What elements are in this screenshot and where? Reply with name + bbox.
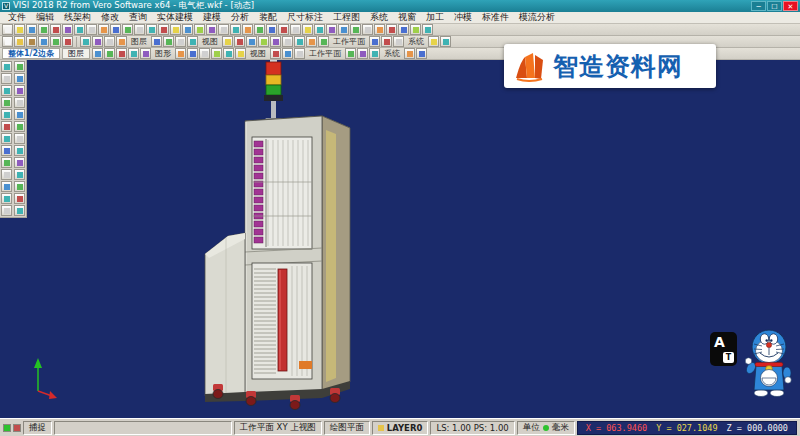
palette-tool-icon[interactable] xyxy=(14,97,25,108)
tool-icon[interactable] xyxy=(242,24,253,35)
palette-tool-icon[interactable] xyxy=(1,145,12,156)
tool-icon[interactable] xyxy=(151,36,162,47)
tool-icon[interactable] xyxy=(182,24,193,35)
tab-0[interactable]: 整体1/2边条 xyxy=(2,48,60,59)
menu-window[interactable]: 视窗 xyxy=(393,12,421,23)
tool-icon[interactable] xyxy=(122,24,133,35)
tool-icon[interactable] xyxy=(2,36,13,47)
tool-icon[interactable] xyxy=(270,48,281,59)
tool-icon[interactable] xyxy=(386,24,397,35)
tool-icon[interactable] xyxy=(223,48,234,59)
palette-tool-icon[interactable] xyxy=(14,73,25,84)
tool-icon[interactable] xyxy=(254,24,265,35)
palette-tool-icon[interactable] xyxy=(1,133,12,144)
tool-icon[interactable] xyxy=(74,24,85,35)
tool-icon[interactable] xyxy=(381,36,392,47)
palette-tool-icon[interactable] xyxy=(14,85,25,96)
tool-icon[interactable] xyxy=(306,36,317,47)
tool-icon[interactable] xyxy=(338,24,349,35)
tool-icon[interactable] xyxy=(270,36,281,47)
menu-solid-modeling[interactable]: 实体建模 xyxy=(152,12,198,23)
tool-icon[interactable] xyxy=(246,36,257,47)
tool-icon[interactable] xyxy=(398,24,409,35)
maximize-button[interactable]: ☐ xyxy=(767,1,782,11)
tool-icon[interactable] xyxy=(199,48,210,59)
tool-icon[interactable] xyxy=(128,48,139,59)
palette-tool-icon[interactable] xyxy=(1,73,12,84)
tool-icon[interactable] xyxy=(350,24,361,35)
menu-dimension[interactable]: 尺寸标注 xyxy=(282,12,328,23)
menu-assembly[interactable]: 装配 xyxy=(254,12,282,23)
tool-icon[interactable] xyxy=(38,24,49,35)
status-snap-icon[interactable] xyxy=(3,424,11,432)
tool-icon[interactable] xyxy=(282,36,293,47)
palette-tool-icon[interactable] xyxy=(1,109,12,120)
menu-machining[interactable]: 加工 xyxy=(421,12,449,23)
tool-icon[interactable] xyxy=(258,36,269,47)
tool-icon[interactable] xyxy=(374,24,385,35)
tool-icon[interactable] xyxy=(282,48,293,59)
active-layer[interactable]: LAYER0 xyxy=(372,421,429,435)
tool-icon[interactable] xyxy=(318,36,329,47)
tool-icon[interactable] xyxy=(222,36,233,47)
minimize-button[interactable]: ─ xyxy=(751,1,766,11)
menu-wireframe[interactable]: 线架构 xyxy=(59,12,96,23)
tool-icon[interactable] xyxy=(86,24,97,35)
tool-icon[interactable] xyxy=(50,36,61,47)
tool-icon[interactable] xyxy=(116,36,127,47)
menu-system[interactable]: 系统 xyxy=(365,12,393,23)
palette-tool-icon[interactable] xyxy=(1,181,12,192)
status-grid-icon[interactable] xyxy=(13,424,21,432)
palette-tool-icon[interactable] xyxy=(14,169,25,180)
palette-tool-icon[interactable] xyxy=(1,193,12,204)
tool-icon[interactable] xyxy=(211,48,222,59)
palette-tool-icon[interactable] xyxy=(14,145,25,156)
palette-tool-icon[interactable] xyxy=(1,169,12,180)
palette-tool-icon[interactable] xyxy=(14,61,25,72)
snap-mode[interactable]: 捕捉 xyxy=(23,421,52,435)
palette-tool-icon[interactable] xyxy=(14,205,25,216)
scale-info[interactable]: LS: 1.00 PS: 1.00 xyxy=(430,421,514,435)
menu-analysis[interactable]: 分析 xyxy=(226,12,254,23)
tool-icon[interactable] xyxy=(194,24,205,35)
tool-icon[interactable] xyxy=(326,24,337,35)
tool-icon[interactable] xyxy=(345,48,356,59)
tool-icon[interactable] xyxy=(110,24,121,35)
tool-icon[interactable] xyxy=(92,48,103,59)
menu-modify[interactable]: 修改 xyxy=(96,12,124,23)
palette-tool-icon[interactable] xyxy=(1,85,12,96)
menu-flow-analysis[interactable]: 模流分析 xyxy=(514,12,560,23)
tool-icon[interactable] xyxy=(14,36,25,47)
tool-icon[interactable] xyxy=(393,36,404,47)
tool-icon[interactable] xyxy=(98,24,109,35)
tool-icon[interactable] xyxy=(187,48,198,59)
palette-tool-icon[interactable] xyxy=(14,133,25,144)
tool-icon[interactable] xyxy=(294,48,305,59)
tool-icon[interactable] xyxy=(369,36,380,47)
tool-icon[interactable] xyxy=(116,48,127,59)
tool-icon[interactable] xyxy=(26,24,37,35)
palette-tool-icon[interactable] xyxy=(14,157,25,168)
menu-file[interactable]: 文件 xyxy=(3,12,31,23)
tool-icon[interactable] xyxy=(170,24,181,35)
tab-1[interactable]: 图层 xyxy=(62,48,90,59)
palette-tool-icon[interactable] xyxy=(1,97,12,108)
tool-icon[interactable] xyxy=(235,48,246,59)
menu-standard-parts[interactable]: 标准件 xyxy=(477,12,514,23)
tool-icon[interactable] xyxy=(290,24,301,35)
tool-icon[interactable] xyxy=(134,24,145,35)
tool-icon[interactable] xyxy=(80,36,91,47)
tool-icon[interactable] xyxy=(2,24,13,35)
tool-icon[interactable] xyxy=(104,36,115,47)
palette-tool-icon[interactable] xyxy=(14,121,25,132)
tool-icon[interactable] xyxy=(410,24,421,35)
tool-icon[interactable] xyxy=(440,36,451,47)
tool-icon[interactable] xyxy=(404,48,415,59)
palette-tool-icon[interactable] xyxy=(14,181,25,192)
tool-icon[interactable] xyxy=(163,36,174,47)
drawing-plane-info[interactable]: 绘图平面 xyxy=(324,421,370,435)
menu-die[interactable]: 冲模 xyxy=(449,12,477,23)
tool-icon[interactable] xyxy=(278,24,289,35)
tool-icon[interactable] xyxy=(175,48,186,59)
tool-icon[interactable] xyxy=(104,48,115,59)
